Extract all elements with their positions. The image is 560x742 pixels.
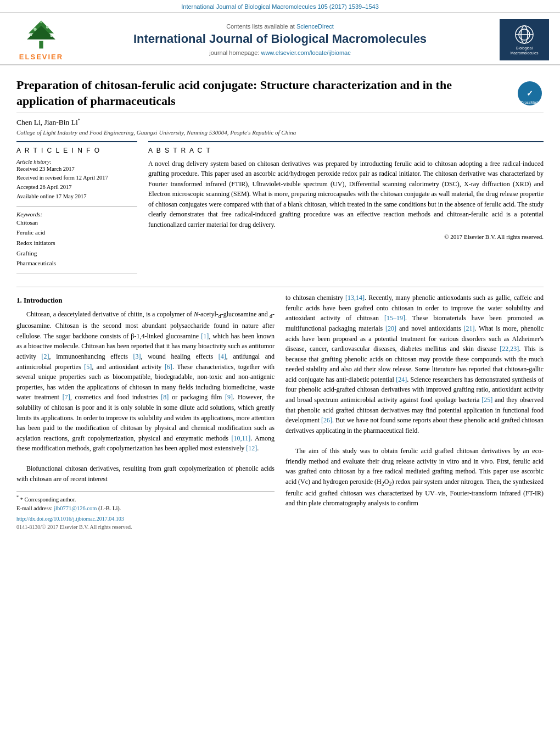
elsevier-tree-icon bbox=[19, 18, 63, 51]
ref-25[interactable]: [25] bbox=[481, 396, 492, 404]
corresponding-label: * Corresponding author. bbox=[20, 496, 76, 502]
copyright: © 2017 Elsevier B.V. All rights reserved… bbox=[148, 233, 544, 240]
received-date: Received 23 March 2017 bbox=[16, 165, 137, 174]
accepted-date: Accepted 26 April 2017 bbox=[16, 183, 137, 192]
affiliation: College of Light Industry and Food Engin… bbox=[16, 129, 544, 136]
issn-line: 0141-8130/© 2017 Elsevier B.V. All right… bbox=[16, 523, 275, 532]
ref-13-14[interactable]: [13,14] bbox=[345, 294, 365, 302]
sciencedirect-link[interactable]: ScienceDirect bbox=[296, 23, 334, 30]
section1-paragraph2: Biofunctional chitosan derivatives, resu… bbox=[16, 464, 275, 484]
ref-6[interactable]: [6] bbox=[165, 363, 172, 371]
article-info-abstract-section: A R T I C L E I N F O Article history: R… bbox=[16, 141, 544, 280]
journal-header: ELSEVIER Contents lists available at Sci… bbox=[0, 13, 560, 65]
ref-2[interactable]: [2] bbox=[42, 353, 49, 360]
main-left-column: 1. Introduction Chitosan, a deacetylated… bbox=[16, 293, 275, 532]
ref-22-23[interactable]: [22,23] bbox=[500, 345, 519, 353]
keyword-ferulic-acid: Ferulic acid bbox=[16, 227, 137, 238]
author-names: Chen Li, Jian-Bin Li* bbox=[16, 118, 80, 126]
ref-4[interactable]: [4] bbox=[219, 353, 226, 360]
right-para2: The aim of this study was to obtain feru… bbox=[285, 446, 544, 509]
svg-rect-1 bbox=[39, 41, 43, 49]
email-label: E-mail address: bbox=[16, 505, 53, 511]
ref-8[interactable]: [8] bbox=[161, 393, 169, 401]
abstract-title: A B S T R A C T bbox=[148, 147, 544, 154]
elsevier-logo-section: ELSEVIER bbox=[11, 18, 71, 61]
revised-date: Received in revised form 12 April 2017 bbox=[16, 174, 137, 183]
journal-logo-text: Biological Macromolecules bbox=[502, 46, 546, 55]
journal-citation-bar: International Journal of Biological Macr… bbox=[0, 0, 560, 13]
article-info-title: A R T I C L E I N F O bbox=[16, 147, 137, 154]
article-title: Preparation of chitosan-ferulic acid con… bbox=[16, 77, 516, 109]
main-body-section: 1. Introduction Chitosan, a deacetylated… bbox=[16, 287, 544, 532]
article-title-section: Preparation of chitosan-ferulic acid con… bbox=[16, 71, 544, 113]
history-title: Article history: bbox=[16, 159, 137, 165]
journal-homepage: journal homepage: www.elsevier.com/locat… bbox=[71, 49, 489, 56]
contents-line: Contents lists available at ScienceDirec… bbox=[71, 23, 489, 30]
ref-5[interactable]: [5] bbox=[84, 363, 92, 371]
doi-line[interactable]: http://dx.doi.org/10.1016/j.ijbiomac.201… bbox=[16, 515, 275, 523]
homepage-label: journal homepage: bbox=[209, 49, 259, 56]
journal-citation: International Journal of Biological Macr… bbox=[181, 3, 379, 10]
ref-9[interactable]: [9] bbox=[225, 393, 233, 401]
article-info-box: A R T I C L E I N F O Article history: R… bbox=[16, 141, 137, 274]
ref-1[interactable]: [1] bbox=[201, 332, 209, 340]
svg-point-5 bbox=[46, 26, 49, 29]
homepage-url[interactable]: www.elsevier.com/locate/ijbiomac bbox=[261, 49, 350, 56]
keywords-section: Keywords: Chitosan Ferulic acid Redox in… bbox=[16, 211, 137, 269]
svg-point-8 bbox=[40, 21, 42, 24]
footnote-star: * bbox=[16, 495, 19, 500]
section1-paragraph1: Chitosan, a deacetylated derivative of c… bbox=[16, 309, 275, 454]
svg-text:✓: ✓ bbox=[527, 89, 533, 98]
journal-logo-icon bbox=[511, 24, 538, 46]
elsevier-wordmark: ELSEVIER bbox=[19, 53, 63, 61]
footnote-email-line: E-mail address: jlb0771@126.com (J.-B. L… bbox=[16, 504, 275, 514]
footnote-email-name: (J.-B. Li). bbox=[98, 505, 121, 511]
ref-10-11[interactable]: [10,11] bbox=[232, 434, 251, 442]
journal-header-right: Biological Macromolecules bbox=[489, 19, 549, 60]
article-history: Article history: Received 23 March 2017 … bbox=[16, 159, 137, 202]
right-para1: to chitosan chemistry [13,14]. Recently,… bbox=[285, 293, 544, 436]
section1-title: 1. Introduction bbox=[16, 295, 275, 306]
journal-header-center: Contents lists available at ScienceDirec… bbox=[71, 23, 489, 55]
abstract-column: A B S T R A C T A novel drug delivery sy… bbox=[148, 141, 544, 280]
crossmark-icon: ✓ CrossMark bbox=[516, 80, 544, 107]
keyword-redox: Redox initiators bbox=[16, 238, 137, 248]
divider bbox=[16, 206, 137, 207]
ref-20[interactable]: [20] bbox=[385, 325, 396, 332]
ref-15-19[interactable]: [15–19] bbox=[384, 314, 405, 322]
journal-title: International Journal of Biological Macr… bbox=[71, 32, 489, 46]
svg-point-6 bbox=[30, 34, 32, 36]
ref-7[interactable]: [7] bbox=[63, 393, 70, 401]
article-info-column: A R T I C L E I N F O Article history: R… bbox=[16, 141, 137, 280]
svg-point-7 bbox=[51, 35, 53, 37]
ref-26[interactable]: [26] bbox=[321, 416, 332, 424]
keyword-chitosan: Chitosan bbox=[16, 217, 137, 228]
keyword-pharmaceuticals: Pharmaceuticals bbox=[16, 258, 137, 269]
ref-3[interactable]: [3] bbox=[133, 353, 141, 360]
footnote-corresponding: * * Corresponding author. bbox=[16, 494, 275, 504]
svg-text:CrossMark: CrossMark bbox=[520, 101, 539, 104]
crossmark-section: ✓ CrossMark bbox=[516, 77, 544, 109]
elsevier-logo: ELSEVIER bbox=[11, 18, 71, 61]
section1-title-text: 1. Introduction bbox=[16, 296, 63, 304]
article-content: Preparation of chitosan-ferulic acid con… bbox=[0, 65, 560, 537]
journal-logo-box: Biological Macromolecules bbox=[500, 19, 549, 60]
footnote-area: * * Corresponding author. E-mail address… bbox=[16, 491, 275, 532]
issn-text: 0141-8130/© 2017 Elsevier B.V. All right… bbox=[16, 524, 132, 530]
svg-point-4 bbox=[33, 28, 37, 31]
ref-21[interactable]: [21] bbox=[464, 325, 475, 332]
abstract-section: A B S T R A C T A novel drug delivery sy… bbox=[148, 141, 544, 240]
ref-12[interactable]: [12] bbox=[246, 444, 257, 452]
abstract-text: A novel drug delivery system based on ch… bbox=[148, 159, 544, 230]
ref-24[interactable]: [24] bbox=[396, 376, 407, 383]
keyword-grafting: Grafting bbox=[16, 248, 137, 259]
keywords-title: Keywords: bbox=[16, 211, 137, 217]
doi-text: http://dx.doi.org/10.1016/j.ijbiomac.201… bbox=[16, 516, 124, 522]
main-right-column: to chitosan chemistry [13,14]. Recently,… bbox=[285, 293, 544, 532]
corresponding-star: * bbox=[78, 118, 80, 122]
online-date: Available online 17 May 2017 bbox=[16, 192, 137, 202]
page-wrapper: International Journal of Biological Macr… bbox=[0, 0, 560, 742]
footnote-email[interactable]: jlb0771@126.com bbox=[54, 505, 97, 511]
article-authors: Chen Li, Jian-Bin Li* bbox=[16, 118, 544, 127]
contents-label: Contents lists available at bbox=[226, 23, 295, 30]
